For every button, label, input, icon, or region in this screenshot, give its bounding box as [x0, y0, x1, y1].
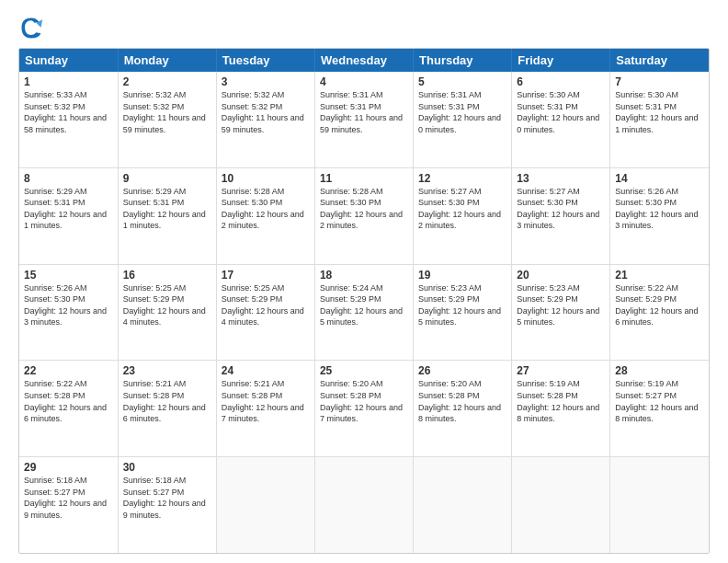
table-row: 28 Sunrise: 5:19 AM Sunset: 5:27 PM Dayl… — [610, 361, 709, 457]
day-number: 19 — [418, 269, 506, 282]
day-number: 29 — [24, 461, 113, 474]
day-number: 24 — [222, 364, 310, 377]
table-row: 5 Sunrise: 5:31 AM Sunset: 5:31 PM Dayli… — [414, 72, 512, 167]
calendar-week-row: 8 Sunrise: 5:29 AM Sunset: 5:31 PM Dayli… — [19, 167, 709, 264]
day-number: 17 — [222, 269, 310, 282]
day-number: 5 — [418, 75, 506, 88]
table-row: 21 Sunrise: 5:22 AM Sunset: 5:29 PM Dayl… — [610, 264, 709, 361]
day-number: 1 — [24, 75, 113, 88]
table-row: 16 Sunrise: 5:25 AM Sunset: 5:29 PM Dayl… — [118, 264, 216, 361]
day-number: 11 — [320, 172, 408, 185]
day-number: 27 — [517, 364, 605, 377]
table-row: 18 Sunrise: 5:24 AM Sunset: 5:29 PM Dayl… — [314, 264, 413, 361]
table-row: 24 Sunrise: 5:21 AM Sunset: 5:28 PM Dayl… — [216, 361, 314, 457]
table-row: 4 Sunrise: 5:31 AM Sunset: 5:31 PM Dayli… — [314, 72, 413, 167]
cell-info: Sunrise: 5:28 AM Sunset: 5:30 PM Dayligh… — [320, 186, 408, 232]
col-saturday: Saturday — [610, 49, 709, 72]
table-row: 13 Sunrise: 5:27 AM Sunset: 5:30 PM Dayl… — [512, 167, 610, 264]
table-row: 1 Sunrise: 5:33 AM Sunset: 5:32 PM Dayli… — [19, 72, 118, 167]
table-row: 15 Sunrise: 5:26 AM Sunset: 5:30 PM Dayl… — [19, 264, 118, 361]
day-number: 3 — [222, 75, 310, 88]
table-row: 6 Sunrise: 5:30 AM Sunset: 5:31 PM Dayli… — [512, 72, 610, 167]
empty-cell — [216, 457, 314, 553]
day-number: 26 — [418, 364, 506, 377]
cell-info: Sunrise: 5:31 AM Sunset: 5:31 PM Dayligh… — [418, 89, 506, 135]
calendar-week-row: 22 Sunrise: 5:22 AM Sunset: 5:28 PM Dayl… — [19, 361, 709, 457]
table-row: 12 Sunrise: 5:27 AM Sunset: 5:30 PM Dayl… — [414, 167, 512, 264]
day-number: 13 — [517, 172, 605, 185]
cell-info: Sunrise: 5:29 AM Sunset: 5:31 PM Dayligh… — [123, 186, 211, 232]
day-number: 22 — [24, 364, 113, 377]
cell-info: Sunrise: 5:32 AM Sunset: 5:32 PM Dayligh… — [123, 89, 211, 135]
table-row: 11 Sunrise: 5:28 AM Sunset: 5:30 PM Dayl… — [314, 167, 413, 264]
cell-info: Sunrise: 5:30 AM Sunset: 5:31 PM Dayligh… — [517, 89, 605, 135]
weekday-header-row: Sunday Monday Tuesday Wednesday Thursday… — [19, 49, 709, 72]
table-row: 14 Sunrise: 5:26 AM Sunset: 5:30 PM Dayl… — [610, 167, 709, 264]
col-friday: Friday — [512, 49, 610, 72]
col-monday: Monday — [118, 49, 216, 72]
empty-cell — [512, 457, 610, 553]
calendar-body: 1 Sunrise: 5:33 AM Sunset: 5:32 PM Dayli… — [19, 72, 709, 553]
cell-info: Sunrise: 5:20 AM Sunset: 5:28 PM Dayligh… — [418, 378, 506, 424]
cell-info: Sunrise: 5:20 AM Sunset: 5:28 PM Dayligh… — [320, 378, 408, 424]
table-row: 30 Sunrise: 5:18 AM Sunset: 5:27 PM Dayl… — [118, 457, 216, 553]
cell-info: Sunrise: 5:22 AM Sunset: 5:29 PM Dayligh… — [615, 282, 704, 328]
empty-cell — [314, 457, 413, 553]
cell-info: Sunrise: 5:21 AM Sunset: 5:28 PM Dayligh… — [123, 378, 211, 424]
day-number: 4 — [320, 75, 408, 88]
day-number: 14 — [615, 172, 704, 185]
cell-info: Sunrise: 5:25 AM Sunset: 5:29 PM Dayligh… — [123, 282, 211, 328]
cell-info: Sunrise: 5:23 AM Sunset: 5:29 PM Dayligh… — [418, 282, 506, 328]
day-number: 25 — [320, 364, 408, 377]
cell-info: Sunrise: 5:26 AM Sunset: 5:30 PM Dayligh… — [615, 186, 704, 232]
logo — [18, 15, 48, 40]
table-row: 19 Sunrise: 5:23 AM Sunset: 5:29 PM Dayl… — [414, 264, 512, 361]
day-number: 10 — [222, 172, 310, 185]
cell-info: Sunrise: 5:24 AM Sunset: 5:29 PM Dayligh… — [320, 282, 408, 328]
day-number: 18 — [320, 269, 408, 282]
cell-info: Sunrise: 5:27 AM Sunset: 5:30 PM Dayligh… — [517, 186, 605, 232]
logo-icon — [18, 15, 44, 40]
table-row: 29 Sunrise: 5:18 AM Sunset: 5:27 PM Dayl… — [19, 457, 118, 553]
page: Sunday Monday Tuesday Wednesday Thursday… — [0, 0, 728, 563]
col-sunday: Sunday — [19, 49, 118, 72]
cell-info: Sunrise: 5:28 AM Sunset: 5:30 PM Dayligh… — [222, 186, 310, 232]
cell-info: Sunrise: 5:22 AM Sunset: 5:28 PM Dayligh… — [24, 378, 113, 424]
header — [18, 15, 710, 40]
col-wednesday: Wednesday — [314, 49, 413, 72]
calendar-table: Sunday Monday Tuesday Wednesday Thursday… — [19, 49, 709, 553]
day-number: 15 — [24, 269, 113, 282]
day-number: 23 — [123, 364, 211, 377]
cell-info: Sunrise: 5:18 AM Sunset: 5:27 PM Dayligh… — [123, 475, 211, 521]
cell-info: Sunrise: 5:26 AM Sunset: 5:30 PM Dayligh… — [24, 282, 113, 328]
calendar-week-row: 29 Sunrise: 5:18 AM Sunset: 5:27 PM Dayl… — [19, 457, 709, 553]
day-number: 16 — [123, 269, 211, 282]
day-number: 9 — [123, 172, 211, 185]
cell-info: Sunrise: 5:29 AM Sunset: 5:31 PM Dayligh… — [24, 186, 113, 232]
day-number: 30 — [123, 461, 211, 474]
table-row: 10 Sunrise: 5:28 AM Sunset: 5:30 PM Dayl… — [216, 167, 314, 264]
cell-info: Sunrise: 5:32 AM Sunset: 5:32 PM Dayligh… — [222, 89, 310, 135]
calendar-week-row: 15 Sunrise: 5:26 AM Sunset: 5:30 PM Dayl… — [19, 264, 709, 361]
cell-info: Sunrise: 5:25 AM Sunset: 5:29 PM Dayligh… — [222, 282, 310, 328]
day-number: 8 — [24, 172, 113, 185]
cell-info: Sunrise: 5:33 AM Sunset: 5:32 PM Dayligh… — [24, 89, 113, 135]
table-row: 22 Sunrise: 5:22 AM Sunset: 5:28 PM Dayl… — [19, 361, 118, 457]
table-row: 27 Sunrise: 5:19 AM Sunset: 5:28 PM Dayl… — [512, 361, 610, 457]
calendar: Sunday Monday Tuesday Wednesday Thursday… — [18, 48, 710, 554]
calendar-week-row: 1 Sunrise: 5:33 AM Sunset: 5:32 PM Dayli… — [19, 72, 709, 167]
day-number: 20 — [517, 269, 605, 282]
col-tuesday: Tuesday — [216, 49, 314, 72]
day-number: 6 — [517, 75, 605, 88]
day-number: 7 — [615, 75, 704, 88]
day-number: 28 — [615, 364, 704, 377]
day-number: 2 — [123, 75, 211, 88]
table-row: 23 Sunrise: 5:21 AM Sunset: 5:28 PM Dayl… — [118, 361, 216, 457]
cell-info: Sunrise: 5:23 AM Sunset: 5:29 PM Dayligh… — [517, 282, 605, 328]
cell-info: Sunrise: 5:19 AM Sunset: 5:27 PM Dayligh… — [615, 378, 704, 424]
table-row: 20 Sunrise: 5:23 AM Sunset: 5:29 PM Dayl… — [512, 264, 610, 361]
col-thursday: Thursday — [414, 49, 512, 72]
calendar-header: Sunday Monday Tuesday Wednesday Thursday… — [19, 49, 709, 72]
day-number: 12 — [418, 172, 506, 185]
table-row: 25 Sunrise: 5:20 AM Sunset: 5:28 PM Dayl… — [314, 361, 413, 457]
